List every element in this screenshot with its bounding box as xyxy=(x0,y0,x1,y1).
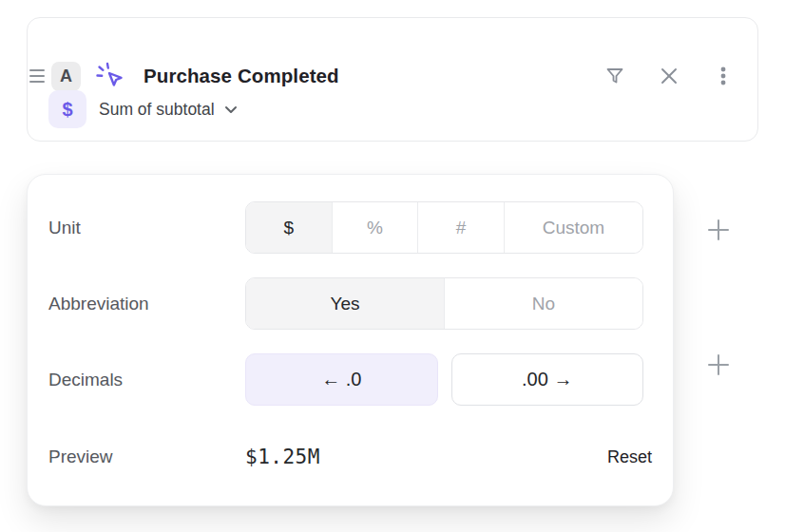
unit-label: Unit xyxy=(48,218,245,238)
reset-button[interactable]: Reset xyxy=(607,447,652,467)
decrease-decimals-button[interactable]: ← .0 xyxy=(245,353,438,406)
unit-segmented-control: $ % # Custom xyxy=(245,201,643,254)
abbreviation-option-no[interactable]: No xyxy=(444,278,642,329)
drag-handle-icon[interactable] xyxy=(29,69,45,83)
unit-option-percent[interactable]: % xyxy=(332,202,418,253)
event-order-badge: A xyxy=(51,62,81,91)
abbreviation-row: Abbreviation Yes No xyxy=(48,277,643,330)
kebab-menu-icon[interactable] xyxy=(712,65,735,87)
metric-label: Sum of subtotal xyxy=(99,100,215,120)
unit-row: Unit $ % # Custom xyxy=(48,201,643,254)
plus-icon xyxy=(707,218,730,241)
decimals-label: Decimals xyxy=(48,370,245,390)
number-format-panel: Unit $ % # Custom Abbreviation Yes No De… xyxy=(27,174,674,506)
abbreviation-label: Abbreviation xyxy=(48,294,245,314)
increase-decimals-button[interactable]: .00 → xyxy=(451,353,644,406)
unit-option-custom[interactable]: Custom xyxy=(504,202,642,253)
filter-icon[interactable] xyxy=(603,65,626,87)
preview-label: Preview xyxy=(48,446,245,467)
decimals-row: Decimals ← .0 .00 → xyxy=(48,353,643,406)
event-card: A Purchase Completed xyxy=(27,17,758,142)
decimals-buttons: ← .0 .00 → xyxy=(245,353,643,406)
metric-selector[interactable]: $ Sum of subtotal xyxy=(48,90,238,128)
event-card-actions xyxy=(603,65,735,87)
dollar-icon: $ xyxy=(48,90,86,128)
cursor-click-icon xyxy=(95,60,127,92)
add-filter-button[interactable] xyxy=(705,352,732,378)
preview-row: Preview $1.25M Reset xyxy=(48,435,643,479)
abbreviation-segmented-control: Yes No xyxy=(245,277,643,330)
add-event-button[interactable] xyxy=(705,217,732,243)
chevron-down-icon xyxy=(224,105,238,114)
abbreviation-option-yes[interactable]: Yes xyxy=(246,278,444,329)
preview-value: $1.25M xyxy=(245,446,320,468)
unit-option-dollar[interactable]: $ xyxy=(246,202,332,253)
event-title[interactable]: Purchase Completed xyxy=(144,65,339,87)
unit-option-number[interactable]: # xyxy=(417,202,504,253)
plus-icon xyxy=(707,353,730,376)
event-card-header: A Purchase Completed xyxy=(29,60,735,92)
close-icon[interactable] xyxy=(658,65,680,87)
